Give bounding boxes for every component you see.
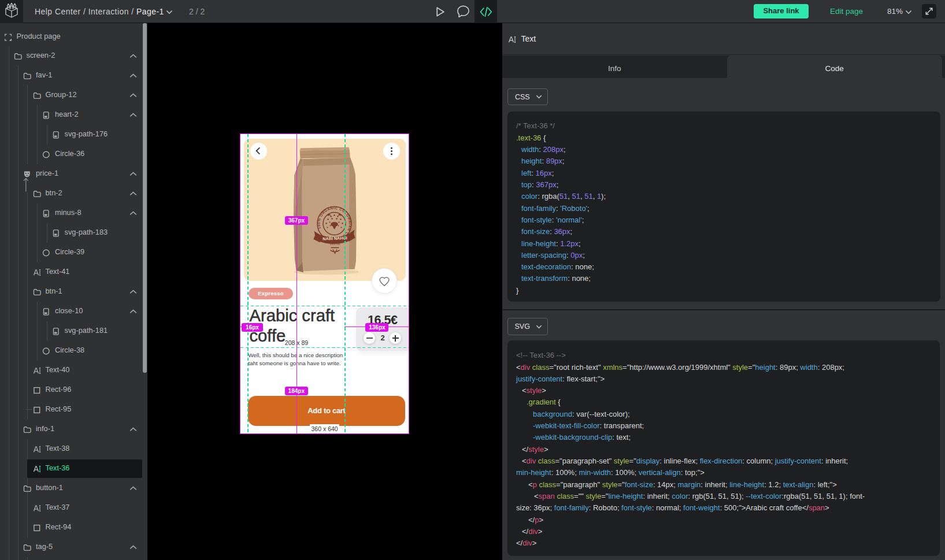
svg-text:SINCE 1938: SINCE 1938	[329, 243, 340, 246]
svg-text:NABI NAHUI: NABI NAHUI	[323, 235, 347, 241]
